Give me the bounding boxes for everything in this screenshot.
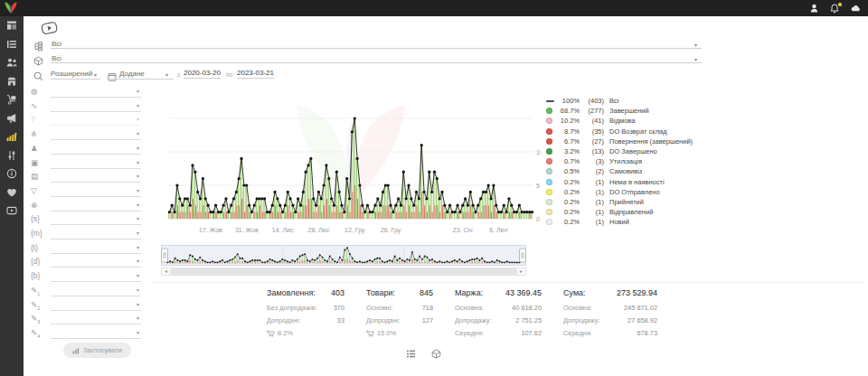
navigator-left-handle[interactable] <box>162 249 168 262</box>
filter-select-underline[interactable] <box>51 324 141 324</box>
filter-row-var-t[interactable]: {t}▾ <box>31 242 145 255</box>
legend-item[interactable]: 0.5%(2)Самовивіз <box>546 166 693 176</box>
category-filter-input[interactable] <box>51 38 702 49</box>
filter-select-underline[interactable] <box>51 125 141 126</box>
filter-row-var-m[interactable]: {m}▾ <box>31 228 145 240</box>
clients-icon[interactable] <box>0 53 24 72</box>
caret-down-icon[interactable]: ▾ <box>137 103 139 108</box>
company-logo[interactable] <box>3 1 19 15</box>
filter-select-underline[interactable] <box>51 239 141 240</box>
legend-item[interactable]: 6.7%(27)Повернення (завершений) <box>546 136 693 146</box>
caret-down-icon[interactable]: ▾ <box>694 57 697 62</box>
caret-down-icon[interactable]: ▾ <box>137 273 139 278</box>
caret-down-icon[interactable]: ▾ <box>694 42 697 48</box>
legend-item[interactable]: 100%(403)Всі <box>546 96 693 106</box>
filter-select-underline[interactable] <box>51 253 141 254</box>
user-icon[interactable] <box>810 4 818 13</box>
filter-select-underline[interactable] <box>51 224 141 225</box>
caret-down-icon[interactable]: ▾ <box>137 146 139 151</box>
filter-row-custom-field-3[interactable]: ✎3▾ <box>31 313 145 325</box>
date-from-input[interactable]: 2020-03-20 <box>184 69 221 79</box>
caret-down-icon[interactable]: ▾ <box>137 202 139 208</box>
legend-item[interactable]: 8.7%(35)DO Возврат склад <box>546 127 693 136</box>
caret-down-icon[interactable]: ▾ <box>137 188 139 193</box>
info-icon[interactable] <box>0 164 24 183</box>
filter-select-underline[interactable] <box>51 182 141 183</box>
filter-row-custom-field-4[interactable]: ✎4▾ <box>31 327 145 340</box>
filter-row-funnel[interactable]: ▽▾ <box>31 185 145 198</box>
orders-list-icon[interactable] <box>0 35 24 54</box>
settings-sliders-icon[interactable] <box>0 146 24 165</box>
filter-select-underline[interactable] <box>51 211 141 212</box>
filter-select-underline[interactable] <box>51 296 141 296</box>
filter-row-cube[interactable]: ▣▾ <box>31 157 145 170</box>
filter-row-var-b[interactable]: {b}▾ <box>31 270 145 283</box>
cube-view-icon[interactable] <box>431 346 441 362</box>
video-icon[interactable] <box>0 202 24 221</box>
caret-down-icon[interactable]: ▾ <box>137 258 139 264</box>
filter-row-custom-field-2[interactable]: ✎2▾ <box>31 299 145 312</box>
scroll-right-icon[interactable]: ▸ <box>517 268 525 276</box>
video-tutorial-button[interactable] <box>40 20 59 39</box>
legend-item[interactable]: 3.2%(13)DO Завершено <box>546 146 693 156</box>
store-icon[interactable] <box>0 72 24 91</box>
legend-item[interactable]: 0.7%(3)Утилізація <box>546 156 693 166</box>
navigator-scrollbar[interactable]: ◂ ∙∙∙ ▸ <box>161 268 526 276</box>
filter-row-globe[interactable]: ◍▾ <box>31 86 145 99</box>
legend-item[interactable]: 0.2%(1)Прийнятий <box>546 197 693 207</box>
legend-item[interactable]: 0.2%(1)DO Отправлено <box>546 187 693 197</box>
loyalty-icon[interactable] <box>0 183 24 202</box>
search-icon[interactable] <box>33 69 43 85</box>
caret-down-icon[interactable]: ▾ <box>137 230 139 236</box>
filter-select-underline[interactable] <box>51 139 141 140</box>
cloud-icon[interactable] <box>851 5 861 12</box>
megaphone-icon[interactable] <box>0 109 24 128</box>
stats-icon[interactable] <box>0 127 24 146</box>
caret-down-icon[interactable]: ▾ <box>137 216 139 221</box>
filter-row-var-s[interactable]: {s}▾ <box>31 213 145 226</box>
legend-item[interactable]: 0.2%(1)Нема в наявності <box>546 177 693 187</box>
scroll-left-icon[interactable]: ◂ <box>162 268 170 276</box>
bell-icon[interactable] <box>830 4 839 14</box>
date-to-input[interactable]: 2023-03-21 <box>237 69 274 79</box>
caret-down-icon[interactable]: ▾ <box>137 174 139 179</box>
filter-row-trend[interactable]: ∿▾ <box>31 100 145 113</box>
dashboard-icon[interactable] <box>0 16 24 35</box>
filter-row-globe-grid[interactable]: ⊕▾ <box>31 200 145 212</box>
caret-down-icon[interactable]: ▾ <box>137 287 139 293</box>
product-filter-input[interactable] <box>51 52 702 63</box>
caret-down-icon[interactable]: ▾ <box>137 89 139 94</box>
caret-down-icon[interactable]: ▾ <box>137 160 139 165</box>
filter-select-underline[interactable] <box>51 154 141 155</box>
filter-select-underline[interactable] <box>51 97 141 98</box>
legend-item[interactable]: 68.7%(277)Завершений <box>546 106 693 116</box>
caret-down-icon[interactable]: ▾ <box>137 131 139 136</box>
filter-row-custom-field-1[interactable]: ✎1▾ <box>31 285 145 297</box>
caret-down-icon[interactable]: ▾ <box>137 315 139 321</box>
scrollbar-thumb[interactable]: ∙∙∙ <box>170 268 517 275</box>
caret-down-icon[interactable]: ▾ <box>137 117 139 122</box>
filter-select-underline[interactable] <box>51 111 141 112</box>
caret-down-icon[interactable]: ▾ <box>137 330 139 335</box>
legend-item[interactable]: 0.2%(1)Новий <box>546 217 693 227</box>
filter-row-sitemap[interactable]: ⋔▾ <box>31 128 145 141</box>
cart-icon[interactable] <box>0 90 24 109</box>
legend-item[interactable]: 10.2%(41)Відмова <box>546 116 693 126</box>
legend-item[interactable]: 0.2%(1)Відправлений <box>546 207 693 217</box>
caret-down-icon[interactable]: ▾ <box>137 245 139 250</box>
filter-select-underline[interactable] <box>51 267 141 268</box>
apply-button[interactable]: Застосувати <box>63 343 131 358</box>
filter-row-help[interactable]: ?▾ <box>31 114 145 127</box>
filter-select-underline[interactable] <box>51 338 141 339</box>
filter-select-underline[interactable] <box>51 196 141 197</box>
filter-select-underline[interactable] <box>51 281 141 282</box>
filter-row-banknote[interactable]: ▤▾ <box>31 171 145 183</box>
caret-down-icon[interactable]: ▾ <box>137 302 139 307</box>
navigator-right-handle[interactable] <box>520 249 526 262</box>
filter-row-var-d[interactable]: {d}▾ <box>31 256 145 268</box>
filter-select-underline[interactable] <box>51 310 141 311</box>
filter-select-underline[interactable] <box>51 168 141 169</box>
list-view-icon[interactable] <box>406 346 416 362</box>
range-navigator[interactable] <box>161 245 526 267</box>
filter-row-person[interactable]: ♟▾ <box>31 143 145 155</box>
